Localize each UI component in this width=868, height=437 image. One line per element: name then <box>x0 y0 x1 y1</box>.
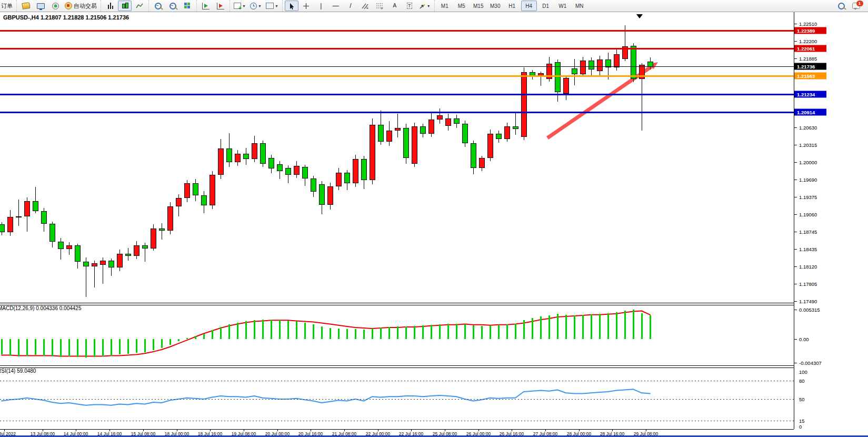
candle-body <box>268 158 274 168</box>
rsi-level-line <box>0 381 794 381</box>
timeframe-D1[interactable]: D1 <box>538 1 554 11</box>
equidistant-channel-button[interactable]: E <box>358 1 372 11</box>
chart-shift-button[interactable] <box>214 1 227 11</box>
candle-body <box>218 148 224 174</box>
macd-histogram-bar <box>473 325 474 339</box>
macd-histogram-bar <box>85 339 87 357</box>
candle-body <box>66 245 72 249</box>
candle-wick <box>515 113 516 135</box>
candle-body <box>412 126 417 163</box>
price-level-line <box>0 30 794 32</box>
auto-trading-button[interactable]: 自动交易 <box>63 1 98 11</box>
market-watch-icon <box>37 3 45 9</box>
price-badge: 1.20914 <box>794 109 826 116</box>
timeframe-MN[interactable]: MN <box>572 1 587 11</box>
tile-windows-button[interactable] <box>181 1 194 11</box>
new-chart-button[interactable]: +▼ <box>232 1 247 11</box>
y-axis-tick <box>794 197 797 197</box>
vertical-line-icon: | <box>320 3 322 9</box>
macd-histogram-bar <box>515 324 516 339</box>
macd-histogram-bar <box>262 320 264 339</box>
candle-body <box>16 216 22 217</box>
candle-body <box>125 254 131 256</box>
notifications-button[interactable]: 1 <box>849 1 863 11</box>
rsi-label: RSI(14) 59.0480 <box>0 368 36 374</box>
candle-body <box>151 229 156 249</box>
line-chart-button[interactable] <box>133 1 146 11</box>
zoom-out-icon <box>169 3 176 9</box>
macd-histogram-bar <box>506 324 508 339</box>
x-axis-label: 26 Jul 16:00 <box>500 431 524 436</box>
templates-button[interactable]: ▼ <box>264 1 280 11</box>
zoom-in-icon <box>155 3 162 9</box>
trendline-icon: / <box>350 3 351 9</box>
signal-button[interactable] <box>48 1 62 11</box>
trendline-button[interactable]: / <box>344 1 357 11</box>
y-axis-tick <box>794 180 797 180</box>
candle-body <box>445 118 451 126</box>
timeframe-M15[interactable]: M15 <box>471 1 486 11</box>
rsi-level-line <box>0 421 794 421</box>
candle-body <box>572 68 577 74</box>
macd-histogram-bar <box>169 339 171 345</box>
order-button[interactable]: 订单 <box>0 1 14 11</box>
bar-chart-button[interactable] <box>103 1 117 11</box>
x-axis-label: 26 Jul 00:00 <box>466 431 491 436</box>
cursor-button[interactable] <box>285 1 298 11</box>
candle-body <box>167 206 173 230</box>
x-axis-label: 14 Jul 16:00 <box>97 431 122 436</box>
toolbar-group-chart-type <box>101 0 148 12</box>
macd-histogram-bar <box>624 311 626 339</box>
candle-body <box>370 125 375 180</box>
bar-chart-icon <box>107 3 114 9</box>
new-order-button[interactable] <box>19 1 33 11</box>
fibonacci-icon: F <box>376 3 384 9</box>
timeframe-M30[interactable]: M30 <box>487 1 503 11</box>
timeframe-M1[interactable]: M1 <box>437 1 453 11</box>
notification-badge: 1 <box>856 1 863 6</box>
candle-body <box>209 175 215 206</box>
x-axis-label: 12 Jul 2022 <box>0 431 16 436</box>
macd-histogram-bar <box>456 324 457 339</box>
svg-text:F: F <box>381 7 383 9</box>
fibonacci-button[interactable]: F <box>373 1 387 11</box>
candlestick-chart-button[interactable] <box>118 1 132 11</box>
candle-body <box>487 134 493 158</box>
timeframe-H1[interactable]: H1 <box>504 1 520 11</box>
candle-body <box>159 229 165 230</box>
horizontal-line-button[interactable]: — <box>329 1 343 11</box>
text-button[interactable]: A <box>388 1 402 11</box>
search-icon <box>838 3 845 9</box>
x-axis-label: 15 Jul 08:00 <box>131 431 155 436</box>
market-watch-button[interactable] <box>34 1 47 11</box>
candle-body <box>504 126 510 139</box>
search-button[interactable] <box>834 1 848 11</box>
x-axis-label: 28 Jul 00:00 <box>567 431 591 436</box>
candle-body <box>378 125 384 141</box>
macd-axis-tick <box>794 363 797 363</box>
crosshair-button[interactable] <box>300 1 313 11</box>
toolbar-group-timeframes: M1M5M15M30H1H4D1W1MN <box>434 0 590 12</box>
y-axis-tick <box>794 162 797 163</box>
new-chart-icon: + <box>234 3 241 9</box>
macd-histogram-bar <box>330 328 331 339</box>
zoom-in-button[interactable] <box>151 1 165 11</box>
timeframe-M5[interactable]: M5 <box>454 1 470 11</box>
macd-histogram-bar <box>287 321 289 339</box>
timeframe-H4[interactable]: H4 <box>521 1 537 11</box>
rsi-axis-label: 15 <box>799 418 805 424</box>
auto-trading-label: 自动交易 <box>74 2 97 10</box>
candle-body <box>580 61 586 74</box>
macd-histogram-bar <box>599 314 601 339</box>
macd-histogram-bar <box>565 315 567 339</box>
text-label-button[interactable]: T <box>403 1 416 11</box>
auto-trading-icon <box>65 2 72 9</box>
arrows-button[interactable]: ▼ <box>417 1 432 11</box>
auto-scroll-button[interactable] <box>199 1 213 11</box>
candle-body <box>184 183 190 197</box>
vertical-line-button[interactable]: | <box>314 1 328 11</box>
zoom-out-button[interactable] <box>166 1 179 11</box>
periods-button[interactable]: ▼ <box>248 1 263 11</box>
toolbar-right: 1 <box>834 1 868 11</box>
timeframe-W1[interactable]: W1 <box>555 1 571 11</box>
